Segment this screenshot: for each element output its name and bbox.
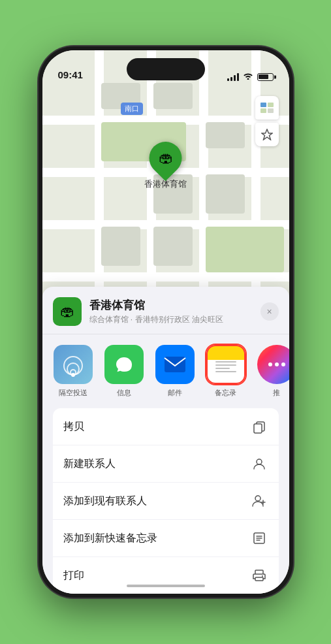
- person-add-icon: [250, 492, 268, 510]
- svg-point-5: [268, 362, 272, 366]
- svg-point-11: [255, 496, 260, 501]
- note-icon: [250, 529, 268, 547]
- airdrop-icon: [54, 345, 93, 384]
- dynamic-island: [127, 58, 205, 80]
- menu-item-new-contact[interactable]: 新建联系人: [53, 445, 279, 483]
- svg-rect-2: [260, 108, 266, 113]
- status-time: 09:41: [58, 69, 83, 82]
- more-icon: [257, 345, 289, 384]
- messages-label: 信息: [117, 388, 131, 398]
- notes-lines: [212, 359, 240, 374]
- mail-icon: [155, 345, 195, 384]
- menu-item-copy[interactable]: 拷贝: [53, 408, 279, 445]
- menu-list: 拷贝 新建联系人: [53, 408, 279, 594]
- svg-rect-14: [255, 577, 263, 581]
- bottom-sheet: 🏟 香港体育馆 综合体育馆 · 香港特别行政区 油尖旺区 ×: [42, 287, 289, 594]
- copy-icon: [250, 417, 268, 436]
- close-button[interactable]: ×: [260, 302, 279, 321]
- share-item-more[interactable]: 推: [254, 345, 289, 398]
- svg-point-7: [281, 362, 285, 366]
- south-entrance-label: 南口: [121, 103, 143, 115]
- stadium-icon: 🏟: [159, 150, 173, 167]
- signal-icon: [227, 73, 239, 81]
- print-icon: [250, 566, 268, 585]
- location-button[interactable]: [255, 123, 279, 146]
- venue-description: 综合体育馆 · 香港特别行政区 油尖旺区: [89, 314, 260, 325]
- venue-name: 香港体育馆: [89, 298, 260, 313]
- map-area[interactable]: 南口 🏟 香港体育馆: [42, 50, 289, 325]
- svg-rect-9: [254, 424, 262, 433]
- person-icon: [250, 455, 268, 473]
- more-label: 推: [273, 388, 280, 398]
- map-controls: [255, 96, 279, 146]
- notes-icon: [206, 345, 245, 384]
- quick-note-label: 添加到新快速备忘录: [63, 532, 157, 545]
- notes-label: 备忘录: [215, 388, 236, 398]
- battery-icon: [257, 73, 274, 81]
- status-icons: [227, 72, 274, 82]
- svg-point-15: [262, 575, 263, 577]
- airdrop-rings-graphic: [62, 353, 84, 376]
- share-item-notes[interactable]: 备忘录: [203, 345, 249, 398]
- svg-point-10: [257, 459, 262, 464]
- add-existing-label: 添加到现有联系人: [63, 494, 147, 508]
- marker-pin: 🏟: [142, 135, 189, 182]
- svg-rect-1: [268, 103, 274, 107]
- svg-rect-13: [255, 570, 263, 574]
- menu-item-add-existing[interactable]: 添加到现有联系人: [53, 483, 279, 520]
- share-item-messages[interactable]: 信息: [101, 345, 147, 398]
- phone-frame: 09:41: [39, 46, 293, 598]
- map-type-button[interactable]: [255, 96, 279, 120]
- share-actions-row: 隔空投送 信息: [42, 334, 289, 408]
- svg-rect-3: [268, 108, 274, 113]
- wifi-icon: [243, 72, 253, 82]
- menu-item-print[interactable]: 打印: [53, 557, 279, 594]
- phone-screen: 09:41: [42, 50, 289, 594]
- print-label: 打印: [63, 569, 84, 583]
- venue-logo: 🏟: [53, 297, 82, 326]
- menu-item-quick-note[interactable]: 添加到新快速备忘录: [53, 520, 279, 557]
- mail-label: 邮件: [168, 388, 182, 398]
- svg-rect-0: [260, 103, 266, 107]
- venue-header: 🏟 香港体育馆 综合体育馆 · 香港特别行政区 油尖旺区 ×: [42, 287, 289, 334]
- svg-rect-4: [165, 357, 185, 372]
- svg-point-6: [275, 362, 279, 366]
- venue-info: 香港体育馆 综合体育馆 · 香港特别行政区 油尖旺区: [89, 298, 260, 325]
- new-contact-label: 新建联系人: [63, 457, 116, 471]
- venue-marker: 🏟 香港体育馆: [144, 142, 187, 190]
- share-item-mail[interactable]: 邮件: [152, 345, 198, 398]
- airdrop-label: 隔空投送: [59, 388, 87, 398]
- messages-icon: [104, 345, 144, 384]
- copy-label: 拷贝: [63, 420, 84, 434]
- home-indicator: [127, 585, 205, 587]
- share-item-airdrop[interactable]: 隔空投送: [50, 345, 96, 398]
